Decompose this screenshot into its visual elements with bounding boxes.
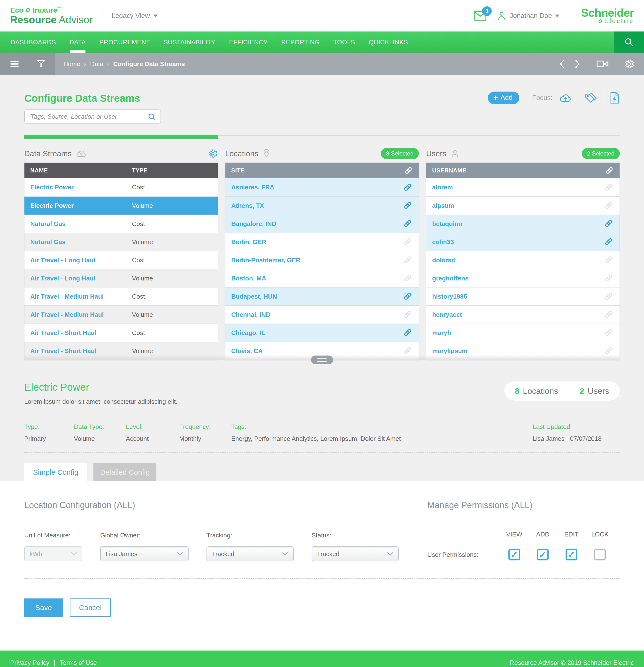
data-stream-row[interactable]: Natural GasVolume [24, 233, 218, 251]
link-toggle-icon[interactable] [604, 255, 614, 265]
status-select[interactable]: Tracked [312, 547, 399, 562]
link-toggle-icon[interactable] [403, 183, 413, 192]
location-row[interactable]: Chennai, IND [226, 305, 418, 324]
data-stream-row[interactable]: Electric PowerCost [24, 178, 218, 196]
nav-data[interactable]: DATA [63, 32, 93, 53]
global-owner-select[interactable]: Lisa James [100, 547, 188, 562]
username-link[interactable]: greghoffens [432, 275, 604, 282]
stream-name-link[interactable]: Electric Power [30, 183, 132, 191]
view-selector[interactable]: Legacy View [112, 12, 158, 20]
user-row[interactable]: dolorsit [426, 251, 620, 269]
username-link[interactable]: history1985 [432, 293, 604, 300]
username-link[interactable]: betaquinn [432, 220, 604, 228]
link-toggle-icon[interactable] [403, 237, 413, 247]
cancel-button[interactable]: Cancel [70, 599, 111, 617]
location-row[interactable]: Berlin-Postdamer, GER [226, 251, 418, 269]
username-link[interactable]: henryacct [432, 311, 604, 319]
data-stream-row[interactable]: Air Travel - Short HaulCost [24, 324, 218, 342]
link-toggle-icon[interactable] [604, 346, 614, 356]
nav-reporting[interactable]: REPORTING [275, 32, 327, 53]
search-input[interactable] [24, 110, 161, 124]
back-arrow-icon[interactable] [558, 59, 566, 69]
user-row[interactable]: betaquinn [426, 215, 620, 233]
username-link[interactable]: aipsum [432, 202, 604, 210]
data-stream-row[interactable]: Air Travel - Long HaulCost [24, 251, 218, 269]
site-link[interactable]: Berlin-Postdamer, GER [231, 257, 403, 264]
stream-name-link[interactable]: Natural Gas [30, 220, 132, 228]
terms-of-use-link[interactable]: Terms of Use [60, 659, 97, 667]
stream-name-link[interactable]: Air Travel - Long Haul [30, 257, 132, 264]
global-search-button[interactable] [614, 32, 644, 53]
lock-permission-checkbox[interactable] [594, 549, 606, 560]
location-row[interactable]: Berlin, GER [226, 233, 418, 251]
save-button[interactable]: Save [24, 599, 63, 617]
link-toggle-icon[interactable] [604, 201, 614, 210]
stream-name-link[interactable]: Electric Power [30, 202, 132, 210]
nav-dashboards[interactable]: DASHBOARDS [4, 32, 63, 53]
site-link[interactable]: Boston, MA [231, 275, 403, 282]
export-file-icon[interactable] [610, 92, 620, 104]
resize-drag-handle[interactable] [311, 356, 333, 364]
privacy-policy-link[interactable]: Privacy Policy [10, 659, 49, 667]
stream-name-link[interactable]: Air Travel - Medium Haul [30, 311, 132, 319]
video-camera-icon[interactable] [596, 59, 609, 69]
site-link[interactable]: Asnieres, FRA [231, 183, 403, 191]
user-menu[interactable]: Jonathan Doe [497, 11, 559, 21]
site-link[interactable]: Athens, TX [231, 202, 403, 210]
link-toggle-icon[interactable] [403, 255, 413, 265]
user-row[interactable]: henryacct [426, 305, 620, 324]
user-row[interactable]: colin33 [426, 233, 620, 251]
panel-settings-gear-icon[interactable] [208, 148, 218, 159]
username-link[interactable]: alorem [432, 183, 604, 191]
nav-quicklinks[interactable]: QUICKLINKS [362, 32, 415, 53]
location-row[interactable]: Athens, TX [226, 196, 418, 215]
nav-tools[interactable]: TOOLS [326, 32, 362, 53]
stream-name-link[interactable]: Air Travel - Short Haul [30, 347, 132, 355]
site-link[interactable]: Clovis, CA [231, 347, 403, 355]
site-link[interactable]: Chennai, IND [231, 311, 403, 319]
nav-procurement[interactable]: PROCUREMENT [93, 32, 157, 53]
tracking-select[interactable]: Tracked [207, 547, 294, 562]
add-permission-checkbox[interactable]: ✓ [537, 549, 549, 560]
search-icon[interactable] [147, 112, 156, 121]
data-stream-row[interactable]: Air Travel - Medium HaulCost [24, 287, 218, 305]
stream-name-link[interactable]: Natural Gas [30, 238, 132, 246]
filter-funnel-icon[interactable] [36, 59, 46, 69]
location-row[interactable]: Chicago, IL [226, 324, 418, 342]
data-stream-row[interactable]: Air Travel - Medium HaulVolume [24, 305, 218, 324]
location-row[interactable]: Budapest, HUN [226, 287, 418, 305]
notifications-button[interactable]: 3 [473, 10, 487, 21]
site-link[interactable]: Chicago, IL [231, 329, 403, 337]
username-link[interactable]: marylipsum [432, 347, 604, 355]
data-stream-row[interactable]: Air Travel - Long HaulVolume [24, 269, 218, 287]
site-link[interactable]: Bangalore, IND [231, 220, 403, 228]
link-toggle-icon[interactable] [403, 346, 413, 356]
edit-permission-checkbox[interactable]: ✓ [565, 549, 577, 560]
site-link[interactable]: Budapest, HUN [231, 293, 403, 300]
nav-sustainability[interactable]: SUSTAINABILITY [157, 32, 222, 53]
link-toggle-icon[interactable] [604, 183, 614, 192]
username-link[interactable]: dolorsit [432, 257, 604, 264]
breadcrumb-data[interactable]: Data [90, 60, 103, 68]
user-row[interactable]: maryh [426, 324, 620, 342]
data-stream-row[interactable]: Electric PowerVolume [24, 196, 218, 215]
cloud-upload-icon[interactable] [76, 149, 87, 158]
username-link[interactable]: colin33 [432, 238, 604, 246]
user-row[interactable]: aipsum [426, 196, 620, 215]
user-row[interactable]: greghoffens [426, 269, 620, 287]
data-stream-row[interactable]: Natural GasCost [24, 215, 218, 233]
location-row[interactable]: Asnieres, FRA [226, 178, 418, 196]
location-row[interactable]: Bangalore, IND [226, 215, 418, 233]
username-link[interactable]: maryh [432, 329, 604, 337]
link-toggle-icon[interactable] [403, 292, 413, 301]
user-row[interactable]: history1985 [426, 287, 620, 305]
link-toggle-icon[interactable] [604, 237, 614, 247]
link-toggle-icon[interactable] [604, 292, 614, 301]
stream-name-link[interactable]: Air Travel - Medium Haul [30, 293, 132, 300]
cloud-upload-icon[interactable] [559, 93, 572, 103]
tab-simple-config[interactable]: Simple Config [24, 463, 87, 481]
tags-icon[interactable] [585, 93, 597, 103]
stream-name-link[interactable]: Air Travel - Long Haul [30, 275, 132, 282]
view-permission-checkbox[interactable]: ✓ [508, 549, 520, 560]
link-toggle-icon[interactable] [403, 201, 413, 210]
